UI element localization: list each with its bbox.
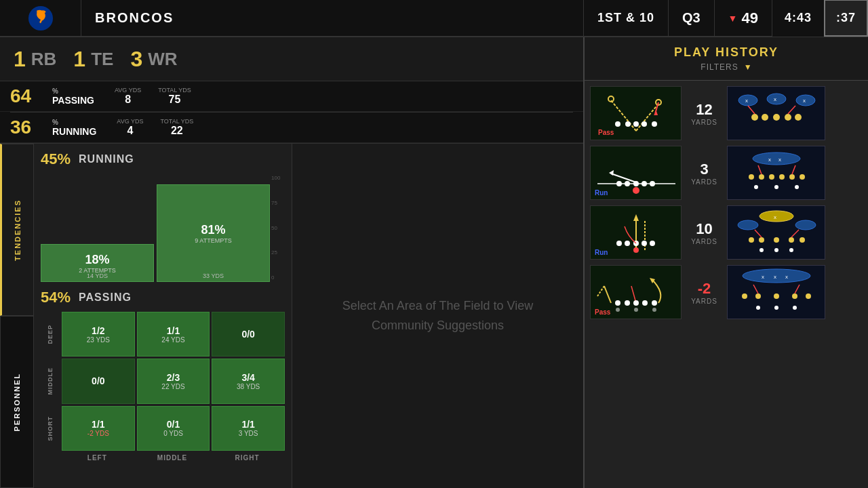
community-message: Select An Area of The Field to ViewCommu… bbox=[342, 296, 534, 336]
content-area: TENDENCIES PERSONNEL 45% RUNNING 18% bbox=[0, 144, 583, 488]
play-list: Curls bbox=[585, 81, 868, 488]
play-clock-block: :37 bbox=[824, 0, 868, 37]
play-card-corner-strike[interactable]: Corner Strike bbox=[590, 265, 682, 319]
svg-point-31 bbox=[625, 181, 630, 186]
yards-label-curls: YARDS bbox=[686, 119, 723, 126]
svg-point-24 bbox=[785, 114, 791, 121]
down-distance: 1ST & 10 bbox=[597, 11, 654, 25]
svg-point-62 bbox=[633, 247, 639, 253]
diagram-engage-eight: Engage Eight x x bbox=[727, 146, 825, 200]
row-label-deep: DEEP bbox=[41, 312, 60, 357]
play-card-power-o[interactable]: Power O bbox=[590, 205, 682, 260]
svg-point-46 bbox=[789, 174, 795, 180]
cell-short-left[interactable]: 1/1 -2 YDS bbox=[62, 406, 135, 451]
svg-point-97 bbox=[755, 293, 761, 299]
cell-short-right-yds: 3 YDS bbox=[239, 430, 258, 437]
play-type-curls: Pass bbox=[595, 128, 617, 137]
filters-row[interactable]: FILTERS ▼ bbox=[593, 62, 860, 72]
col-label-middle: MIDDLE bbox=[135, 454, 210, 462]
cell-short-right[interactable]: 1/1 3 YDS bbox=[212, 406, 285, 451]
running-section-header: 45% RUNNING bbox=[41, 150, 285, 168]
running-details: % RUNNING bbox=[52, 119, 96, 137]
run-bar-left: 18% 2 ATTEMPTS 14 YDS bbox=[41, 174, 154, 282]
quarter-block: Q3 bbox=[668, 0, 714, 37]
passing-pct: 64 bbox=[10, 85, 44, 107]
cell-deep-left-yds: 23 YDS bbox=[87, 336, 110, 344]
running-stat-row: 36 % RUNNING AVG YDS 4 TOTAL YDS 22 bbox=[0, 113, 583, 143]
2-man-under-diagram: x x x bbox=[728, 266, 825, 319]
cell-middle-left-ratio: 0/0 bbox=[92, 375, 104, 386]
svg-point-64 bbox=[760, 211, 793, 222]
play-history-title: PLAY HISTORY bbox=[593, 45, 860, 60]
running-section-label: RUNNING bbox=[79, 153, 134, 165]
svg-point-34 bbox=[650, 181, 655, 186]
running-pct-label: % bbox=[52, 119, 96, 126]
cell-deep-left-ratio: 1/2 bbox=[92, 325, 104, 336]
svg-point-101 bbox=[756, 306, 760, 310]
passing-stat-row: 64 % PASSING AVG YDS 8 TOTAL YDS 75 bbox=[0, 81, 583, 112]
community-area: Select An Area of The Field to ViewCommu… bbox=[292, 144, 583, 488]
cell-deep-right[interactable]: 0/0 bbox=[212, 312, 285, 357]
svg-point-65 bbox=[738, 220, 758, 230]
svg-point-86 bbox=[642, 300, 648, 306]
deep-label: DEEP bbox=[47, 325, 54, 344]
svg-point-68 bbox=[749, 237, 754, 243]
score-arrow-icon: ▼ bbox=[728, 13, 738, 24]
cell-middle-middle[interactable]: 2/3 22 YDS bbox=[137, 359, 210, 403]
formation-row: 1 RB 1 TE 3 WR bbox=[0, 37, 583, 81]
col-label-left: LEFT bbox=[60, 454, 135, 462]
cell-short-middle[interactable]: 0/1 0 YDS bbox=[137, 406, 210, 451]
cell-deep-middle[interactable]: 1/1 24 YDS bbox=[137, 312, 210, 357]
run-bar-right-attempts: 9 ATTEMPTS bbox=[195, 237, 231, 244]
cell-deep-left[interactable]: 1/2 23 YDS bbox=[62, 312, 135, 357]
svg-point-84 bbox=[625, 300, 630, 306]
passing-section: 54% PASSING DEEP 1/2 23 YDS bbox=[41, 289, 285, 481]
passing-details: % PASSING bbox=[52, 87, 94, 106]
col-label-right: RIGHT bbox=[210, 454, 285, 462]
running-total-yds: TOTAL YDS 22 bbox=[161, 118, 194, 137]
yards-label-corner-strike: YARDS bbox=[686, 298, 723, 305]
row-label-middle: MIDDLE bbox=[41, 359, 60, 403]
svg-point-22 bbox=[762, 114, 768, 121]
play-type-den-hb-zone: Run bbox=[595, 189, 608, 197]
diagram-2-man-under: 2 Man Under x x x bbox=[727, 265, 825, 319]
yards-num-curls: 12 bbox=[686, 101, 723, 119]
svg-point-8 bbox=[625, 121, 631, 127]
cell-middle-left[interactable]: 0/0 bbox=[62, 359, 135, 403]
cell-middle-right[interactable]: 3/4 38 YDS bbox=[212, 359, 285, 403]
play-row-2: Power O bbox=[590, 205, 863, 260]
wr-count: 3 bbox=[130, 47, 142, 72]
play-card-curls[interactable]: Curls bbox=[590, 86, 682, 140]
svg-point-37 bbox=[633, 187, 639, 194]
broncos-logo-icon bbox=[28, 5, 54, 31]
run-bar-right: 81% 9 ATTEMPTS 33 YDS bbox=[157, 174, 270, 282]
svg-text:x: x bbox=[774, 274, 776, 280]
cell-middle-right-yds: 38 YDS bbox=[237, 383, 260, 390]
yards-corner-strike: -2 YARDS bbox=[686, 280, 723, 305]
svg-point-47 bbox=[800, 174, 805, 180]
svg-point-73 bbox=[760, 248, 764, 252]
svg-point-102 bbox=[774, 306, 778, 310]
svg-point-92 bbox=[743, 269, 810, 283]
cell-short-right-ratio: 1/1 bbox=[241, 419, 254, 430]
filter-arrow-icon: ▼ bbox=[744, 62, 752, 72]
svg-point-21 bbox=[751, 114, 758, 121]
topbar: BRONCOS 1ST & 10 Q3 ▼ 49 4:43 :37 bbox=[0, 0, 868, 37]
run-bar-right-pct: 81% bbox=[201, 223, 225, 237]
play-row-0: Curls bbox=[590, 86, 863, 140]
run-bar-right-fill: 81% 9 ATTEMPTS 33 YDS bbox=[157, 184, 270, 282]
cell-short-middle-yds: 0 YDS bbox=[163, 430, 183, 437]
run-bar-left-fill: 18% 2 ATTEMPTS 14 YDS bbox=[41, 244, 154, 282]
personnel-tab[interactable]: PERSONNEL bbox=[0, 316, 34, 488]
tendencies-tab[interactable]: TENDENCIES bbox=[0, 144, 34, 316]
svg-point-74 bbox=[774, 248, 778, 252]
svg-point-100 bbox=[806, 293, 811, 299]
svg-point-85 bbox=[633, 300, 639, 306]
cell-middle-right-ratio: 3/4 bbox=[241, 372, 254, 383]
svg-point-10 bbox=[642, 121, 647, 127]
svg-point-15 bbox=[738, 95, 757, 106]
svg-text:x: x bbox=[768, 157, 771, 163]
play-card-den-hb-zone[interactable]: DEN HB Zone bbox=[590, 146, 682, 200]
svg-point-25 bbox=[795, 114, 802, 121]
passing-pct-label: % bbox=[52, 87, 94, 95]
